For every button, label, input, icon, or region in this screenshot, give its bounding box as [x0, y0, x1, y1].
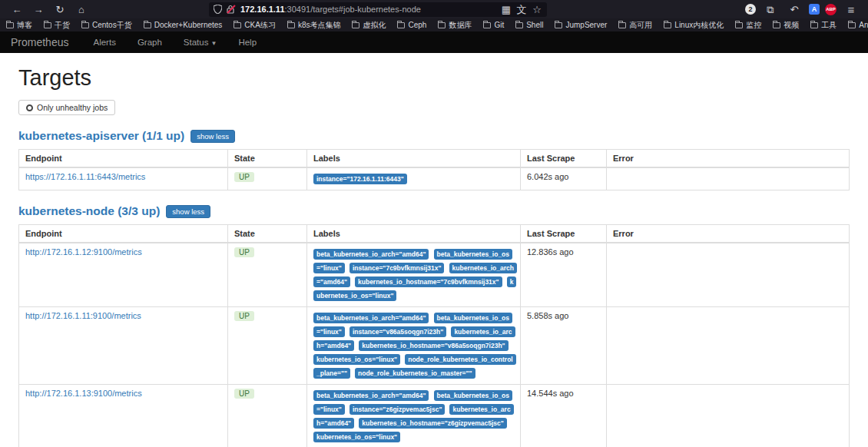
last-scrape: 6.042s ago — [521, 167, 607, 190]
insecure-lock-icon[interactable] — [227, 5, 236, 14]
folder-icon — [397, 22, 405, 28]
bookmark-item[interactable]: 监控 — [735, 20, 761, 31]
column-header: Endpoint — [19, 225, 228, 243]
bookmark-star-icon[interactable]: ☆ — [532, 2, 542, 17]
url-bar[interactable]: 172.16.1.11:30491/targets#job-kubernetes… — [209, 2, 547, 17]
bookmark-item[interactable]: 数据库 — [438, 20, 472, 31]
folder-icon — [848, 22, 856, 28]
labels-cell: beta_kubernetes_io_arch="amd64" beta_kub… — [307, 307, 521, 385]
target-row: http://172.16.1.12:9100/metrics UP beta_… — [19, 243, 850, 307]
folder-icon — [287, 22, 295, 28]
translate-extension-icon[interactable]: A — [809, 4, 820, 15]
state-badge: UP — [234, 311, 254, 321]
endpoint-link[interactable]: http://172.16.1.12:9100/metrics — [25, 247, 142, 257]
reload-icon[interactable]: ↻ — [51, 2, 69, 17]
label-badge: instance="7c9bvfkmnsij31x" — [350, 263, 445, 273]
label-badge: kubernetes_io_hostname="v86a5soqgn7i23h" — [359, 340, 508, 351]
endpoint-link[interactable]: http://172.16.1.11:9100/metrics — [25, 311, 141, 320]
bookmark-item[interactable]: 工具 — [810, 20, 837, 31]
column-header: Error — [607, 150, 850, 168]
error-cell — [607, 243, 850, 307]
prometheus-navbar: Prometheus Alerts▼ Graph▼ Status▼ Help▼ — [0, 31, 868, 53]
targets-table: EndpointStateLabelsLast ScrapeError http… — [18, 149, 850, 190]
job-section: kubernetes-node (3/3 up) show less Endpo… — [18, 204, 850, 447]
column-header: Endpoint — [19, 150, 228, 168]
label-badge: kubernetes_io_hostname="z6gizpvemac5jsc" — [359, 418, 507, 429]
extension-badge-icon[interactable]: 2 — [745, 4, 756, 15]
label-badge: instance="z6gizpvemac5jsc" — [350, 404, 446, 415]
bookmark-item[interactable]: Centos干货 — [81, 20, 132, 31]
bookmark-item[interactable]: Ansible — [848, 21, 868, 29]
endpoint-link[interactable]: https://172.16.1.11:6443/metrics — [25, 172, 145, 181]
bookmarks-bar: 博客 干货 Centos干货 Docker+Kubernetes CKA练习 k… — [0, 18, 868, 31]
menu-icon[interactable]: ≡ — [842, 2, 860, 17]
last-scrape: 14.544s ago — [521, 385, 607, 447]
label-badge: beta_kubernetes_io_arch="amd64" — [313, 313, 429, 323]
nav-item-help[interactable]: Help▼ — [227, 38, 267, 47]
column-header: Last Scrape — [521, 150, 607, 168]
column-header: Labels — [307, 150, 521, 168]
label-badge: beta_kubernetes_io_arch="amd64" — [313, 249, 429, 260]
only-unhealthy-jobs-button[interactable]: Only unhealthy jobs — [18, 100, 115, 115]
show-less-button[interactable]: show less — [166, 205, 210, 218]
navbar-brand[interactable]: Prometheus — [0, 36, 82, 48]
endpoint-link[interactable]: http://172.16.1.13:9100/metrics — [25, 389, 142, 398]
label-badge: node_role_kubernetes_io_master="" — [355, 368, 475, 379]
bookmark-item[interactable]: Ceph — [397, 21, 426, 29]
bookmark-item[interactable]: Shell — [515, 21, 543, 29]
bookmark-item[interactable]: CKA练习 — [234, 20, 276, 31]
label-badge: instance="v86a5soqgn7i23h" — [350, 326, 446, 337]
column-header: Last Scrape — [521, 225, 607, 243]
bookmark-item[interactable]: 高可用 — [618, 20, 652, 31]
labels-cell: instance="172.16.1.11:6443" — [307, 167, 521, 190]
adblock-icon[interactable]: ABP — [825, 4, 837, 15]
bookmark-item[interactable]: 博客 — [6, 20, 32, 31]
nav-item-alerts[interactable]: Alerts▼ — [82, 38, 126, 47]
error-cell — [607, 307, 850, 385]
home-icon[interactable]: ⌂ — [72, 2, 91, 17]
error-cell — [607, 167, 850, 190]
folder-icon — [438, 22, 446, 28]
column-header: Labels — [307, 225, 521, 243]
column-header: State — [228, 225, 307, 243]
url-text[interactable]: 172.16.1.11:30491/targets#job-kubernetes… — [240, 5, 496, 14]
bookmark-item[interactable]: Docker+Kubernetes — [144, 21, 223, 29]
bookmark-item[interactable]: Linux内核优化 — [664, 20, 724, 31]
undo-arrow-icon[interactable]: ↶ — [785, 2, 803, 17]
targets-page: Targets Only unhealthy jobs kubernetes-a… — [0, 65, 868, 447]
targets-table: EndpointStateLabelsLast ScrapeError http… — [18, 224, 850, 447]
folder-icon — [352, 22, 359, 28]
browser-toolbar: ← → ↻ ⌂ 172.16.1.11:30491/targets#job-ku… — [0, 0, 868, 18]
radio-circle-icon — [26, 104, 33, 111]
job-title[interactable]: kubernetes-node (3/3 up) — [18, 204, 160, 218]
state-badge: UP — [234, 389, 254, 399]
bookmark-item[interactable]: k8s考点集锦 — [287, 20, 341, 31]
translate-page-icon[interactable]: 文 — [516, 2, 527, 17]
folder-icon — [773, 22, 780, 28]
shield-icon[interactable] — [214, 5, 222, 14]
nav-item-status[interactable]: Status▼ — [173, 38, 228, 47]
bookmark-item[interactable]: 干货 — [44, 20, 70, 31]
bookmark-item[interactable]: 视频 — [773, 20, 799, 31]
folder-icon — [555, 22, 562, 28]
filter-button-label: Only unhealthy jobs — [37, 103, 108, 112]
nav-item-graph[interactable]: Graph▼ — [127, 38, 173, 47]
label-badge: instance="172.16.1.11:6443" — [313, 174, 407, 184]
job-title[interactable]: kubernetes-apiserver (1/1 up) — [18, 129, 184, 143]
folder-icon — [6, 22, 14, 28]
bookmark-item[interactable]: 虚拟化 — [352, 20, 386, 31]
back-icon[interactable]: ← — [8, 2, 26, 17]
bookmark-item[interactable]: Git — [483, 21, 504, 29]
folder-icon — [483, 22, 491, 28]
forward-icon[interactable]: → — [29, 2, 48, 17]
labels-cell: beta_kubernetes_io_arch="amd64" beta_kub… — [307, 243, 521, 307]
bookmark-item[interactable]: JumpServer — [555, 21, 607, 29]
target-row: http://172.16.1.11:9100/metrics UP beta_… — [19, 307, 850, 385]
labels-cell: beta_kubernetes_io_arch="amd64" beta_kub… — [307, 385, 521, 447]
qr-icon[interactable]: ▦ — [501, 2, 512, 17]
folder-icon — [144, 22, 151, 28]
label-badge: kubernetes_io_os="linux" — [313, 432, 400, 442]
show-less-button[interactable]: show less — [190, 130, 235, 143]
page-title: Targets — [18, 65, 850, 91]
screenshot-crop-icon[interactable]: ⧉ — [761, 2, 780, 17]
